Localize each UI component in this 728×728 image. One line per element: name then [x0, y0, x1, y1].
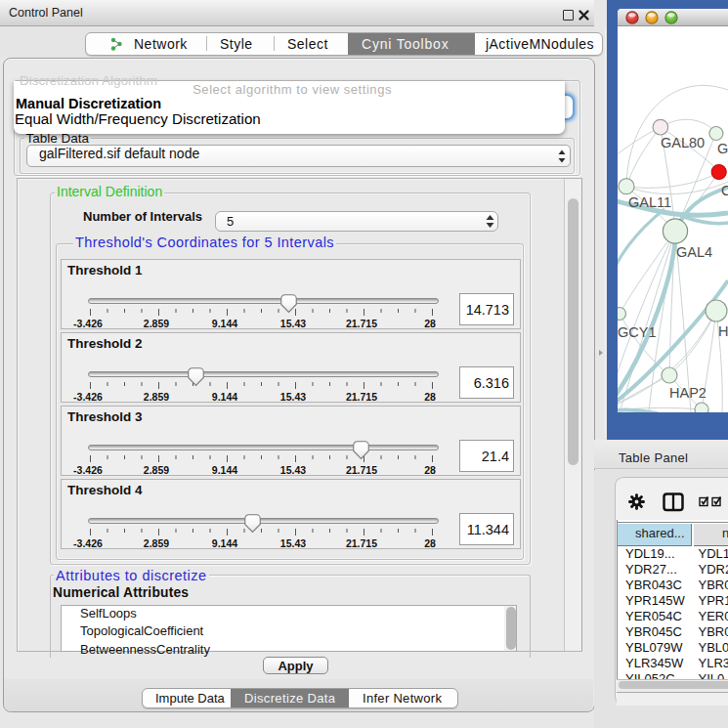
svg-text:GAL11: GAL11: [628, 194, 671, 210]
svg-text:GAL4: GAL4: [676, 244, 712, 260]
svg-text:GCY1: GCY1: [618, 324, 657, 340]
svg-text:H: H: [718, 323, 728, 339]
svg-text:GAL80: GAL80: [661, 135, 705, 150]
svg-text:C: C: [721, 183, 728, 198]
svg-text:HAP2: HAP2: [669, 385, 707, 401]
svg-text:GA: GA: [717, 141, 728, 156]
